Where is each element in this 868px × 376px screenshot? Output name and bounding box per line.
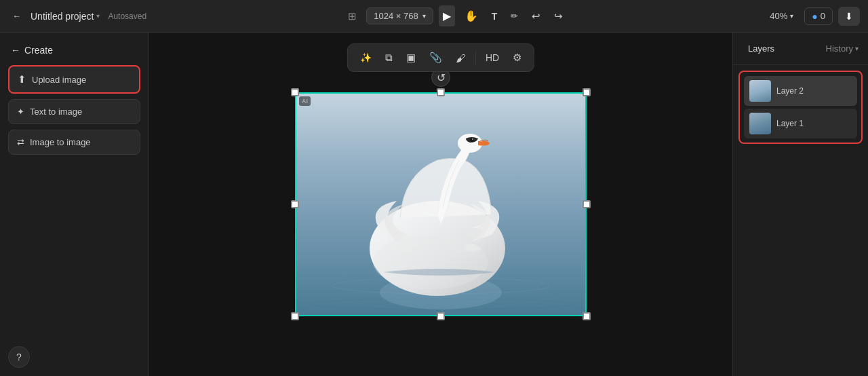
upload-image-icon: ⬆	[18, 73, 26, 86]
magic-wand-button[interactable]: ✨	[355, 49, 377, 67]
layer-1-name: Layer 1	[776, 119, 804, 128]
history-dropdown[interactable]: History ▾	[826, 43, 859, 54]
sidebar-item-upload-image[interactable]: ⬆ Upload image	[8, 65, 140, 94]
frame-button[interactable]: ▣	[401, 48, 421, 67]
handle-middle-left[interactable]	[291, 200, 299, 208]
floating-toolbar: ✨ ⧉ ▣ 📎 🖌 HD ⚙	[347, 43, 534, 72]
sidebar-back-icon: ←	[11, 45, 20, 56]
text-to-image-icon: ✦	[17, 107, 24, 117]
text-tool-button[interactable]: T	[488, 7, 502, 26]
layer-2-name: Layer 2	[776, 86, 804, 96]
hd-button[interactable]: HD	[480, 49, 505, 67]
swan-illustration	[295, 92, 587, 316]
duplicate-button[interactable]: ⧉	[380, 48, 398, 67]
topbar-right: 40% ▾ ● 0 ⬇	[764, 7, 860, 26]
image-container[interactable]: ↺	[295, 92, 587, 316]
sidebar-bottom: ?	[8, 346, 140, 368]
download-button[interactable]: ⬇	[838, 7, 860, 26]
sidebar-header-label: Create	[24, 45, 53, 56]
image-to-image-label: Image to image	[30, 137, 91, 147]
topbar-center: ⊞ 1024 × 768 ▾ ▶ ✋ T ✏ ↩ ↪	[152, 5, 759, 26]
svg-point-9	[472, 138, 473, 140]
handle-top-left[interactable]	[291, 88, 299, 96]
sidebar-header[interactable]: ← Create	[8, 41, 140, 60]
layers-panel: Layers History ▾ Layer 2 Layer 1	[732, 33, 868, 376]
sidebar-item-text-to-image[interactable]: ✦ Text to image	[8, 99, 140, 124]
settings-button[interactable]: ⚙	[507, 48, 527, 67]
history-label: History	[826, 43, 853, 54]
canvas-size-button[interactable]: 1024 × 768 ▾	[366, 7, 433, 24]
select-tool-button[interactable]: ▶	[439, 5, 455, 26]
zoom-label: 40%	[770, 11, 787, 21]
pan-tool-button[interactable]: ✋	[460, 5, 482, 26]
back-icon: ←	[12, 11, 21, 21]
handle-bottom-right[interactable]	[583, 312, 591, 320]
canvas-size-chevron: ▾	[422, 12, 426, 20]
handle-top-center[interactable]	[437, 88, 445, 96]
canvas-content: ↺	[149, 33, 732, 376]
clip-button[interactable]: 📎	[424, 48, 448, 67]
layers-list: Layer 2 Layer 1	[738, 71, 863, 144]
main-area: ← Create ⬆ Upload image ✦ Text to image …	[0, 33, 868, 376]
handle-top-right[interactable]	[583, 88, 591, 96]
zoom-button[interactable]: 40% ▾	[764, 8, 799, 24]
project-name[interactable]: Untitled project ▾	[31, 11, 100, 22]
back-button[interactable]: ←	[8, 8, 25, 24]
credits-icon: ●	[812, 11, 817, 22]
ai-badge: AI	[299, 96, 311, 106]
credits-button[interactable]: ● 0	[804, 7, 833, 25]
layer-item-1[interactable]: Layer 1	[744, 109, 857, 138]
handle-bottom-left[interactable]	[291, 312, 299, 320]
brush-button[interactable]: 🖌	[450, 49, 471, 67]
text-to-image-label: Text to image	[30, 107, 82, 117]
svg-point-8	[470, 138, 474, 142]
pen-tool-button[interactable]: ✏	[507, 7, 522, 25]
svg-point-10	[373, 235, 488, 289]
zoom-chevron: ▾	[790, 12, 793, 20]
layers-header: Layers History ▾	[733, 33, 868, 65]
help-icon: ?	[16, 352, 22, 362]
topbar-left: ← Untitled project ▾ Autosaved	[8, 8, 146, 24]
handle-middle-right[interactable]	[583, 200, 591, 208]
sidebar-item-image-to-image[interactable]: ⇄ Image to image	[8, 130, 140, 155]
redo-button[interactable]: ↪	[550, 6, 567, 26]
canvas-resize-icon[interactable]: ⊞	[344, 7, 361, 25]
project-name-label: Untitled project	[31, 11, 94, 22]
handle-bottom-center[interactable]	[437, 312, 445, 320]
project-name-chevron: ▾	[96, 12, 100, 20]
layers-tab[interactable]: Layers	[743, 41, 780, 56]
hd-label: HD	[486, 52, 499, 63]
autosaved-label: Autosaved	[108, 12, 146, 21]
layer-1-thumbnail	[749, 113, 771, 134]
canvas-size-label: 1024 × 768	[374, 11, 418, 21]
sidebar: ← Create ⬆ Upload image ✦ Text to image …	[0, 33, 149, 376]
history-chevron: ▾	[855, 45, 859, 52]
credits-count: 0	[821, 11, 825, 21]
image-to-image-icon: ⇄	[17, 137, 24, 147]
canvas-image: AI	[295, 92, 587, 316]
toolbar-divider	[475, 51, 476, 64]
upload-image-label: Upload image	[32, 75, 86, 85]
layer-2-thumbnail	[749, 80, 771, 102]
undo-button[interactable]: ↩	[528, 6, 545, 26]
refresh-icon: ↺	[437, 71, 446, 84]
download-icon: ⬇	[845, 11, 853, 22]
canvas-area: ✨ ⧉ ▣ 📎 🖌 HD ⚙ ↺	[149, 33, 732, 376]
topbar: ← Untitled project ▾ Autosaved ⊞ 1024 × …	[0, 0, 868, 33]
help-button[interactable]: ?	[8, 346, 30, 368]
layer-item-2[interactable]: Layer 2	[744, 76, 857, 106]
